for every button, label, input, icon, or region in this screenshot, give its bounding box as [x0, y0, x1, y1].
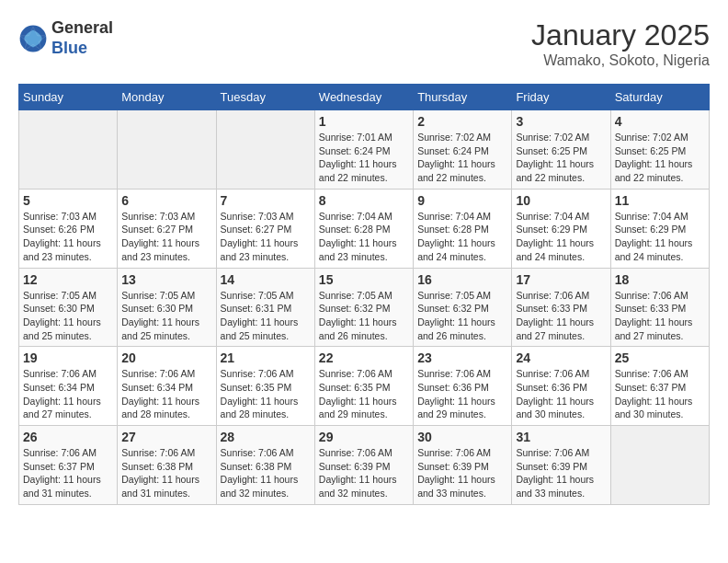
- day-info: Sunrise: 7:06 AMSunset: 6:36 PMDaylight:…: [417, 367, 507, 421]
- calendar-cell: 8Sunrise: 7:04 AMSunset: 6:28 PMDaylight…: [314, 189, 413, 268]
- calendar-cell: 10Sunrise: 7:04 AMSunset: 6:29 PMDayligh…: [512, 189, 610, 268]
- calendar-cell: 29Sunrise: 7:06 AMSunset: 6:39 PMDayligh…: [314, 426, 413, 505]
- calendar-cell: 18Sunrise: 7:06 AMSunset: 6:33 PMDayligh…: [610, 268, 709, 347]
- calendar-cell: 16Sunrise: 7:05 AMSunset: 6:32 PMDayligh…: [414, 268, 512, 347]
- day-info: Sunrise: 7:02 AMSunset: 6:25 PMDaylight:…: [516, 131, 606, 185]
- day-info: Sunrise: 7:06 AMSunset: 6:33 PMDaylight:…: [516, 289, 606, 343]
- calendar-week-4: 19Sunrise: 7:06 AMSunset: 6:34 PMDayligh…: [19, 347, 710, 426]
- day-info: Sunrise: 7:05 AMSunset: 6:32 PMDaylight:…: [417, 289, 507, 343]
- column-header-tuesday: Tuesday: [216, 85, 314, 110]
- calendar-cell: 23Sunrise: 7:06 AMSunset: 6:36 PMDayligh…: [414, 347, 512, 426]
- day-number: 9: [417, 193, 507, 208]
- day-info: Sunrise: 7:02 AMSunset: 6:24 PMDaylight:…: [417, 131, 507, 185]
- column-header-saturday: Saturday: [610, 85, 709, 110]
- day-info: Sunrise: 7:04 AMSunset: 6:28 PMDaylight:…: [417, 210, 507, 264]
- day-number: 27: [121, 430, 211, 444]
- day-number: 28: [221, 430, 311, 444]
- day-info: Sunrise: 7:06 AMSunset: 6:33 PMDaylight:…: [615, 289, 705, 343]
- day-info: Sunrise: 7:06 AMSunset: 6:38 PMDaylight:…: [221, 446, 311, 500]
- calendar-cell: 27Sunrise: 7:06 AMSunset: 6:38 PMDayligh…: [118, 426, 216, 505]
- page-subtitle: Wamako, Sokoto, Nigeria: [531, 52, 710, 69]
- calendar-cell: 28Sunrise: 7:06 AMSunset: 6:38 PMDayligh…: [216, 426, 314, 505]
- day-info: Sunrise: 7:01 AMSunset: 6:24 PMDaylight:…: [319, 131, 409, 185]
- day-number: 23: [417, 350, 507, 365]
- calendar-week-3: 12Sunrise: 7:05 AMSunset: 6:30 PMDayligh…: [19, 268, 710, 347]
- day-info: Sunrise: 7:06 AMSunset: 6:38 PMDaylight:…: [121, 446, 211, 500]
- calendar-cell: 19Sunrise: 7:06 AMSunset: 6:34 PMDayligh…: [19, 347, 118, 426]
- day-number: 18: [615, 272, 705, 287]
- calendar-table: SundayMondayTuesdayWednesdayThursdayFrid…: [18, 84, 710, 505]
- day-info: Sunrise: 7:06 AMSunset: 6:39 PMDaylight:…: [319, 446, 409, 500]
- calendar-cell: 9Sunrise: 7:04 AMSunset: 6:28 PMDaylight…: [414, 189, 512, 268]
- day-number: 13: [121, 272, 211, 287]
- day-number: 5: [23, 193, 113, 208]
- day-info: Sunrise: 7:06 AMSunset: 6:34 PMDaylight:…: [23, 367, 113, 421]
- calendar-cell: 26Sunrise: 7:06 AMSunset: 6:37 PMDayligh…: [19, 426, 118, 505]
- day-number: 16: [417, 272, 507, 287]
- calendar-cell: 25Sunrise: 7:06 AMSunset: 6:37 PMDayligh…: [610, 347, 709, 426]
- day-info: Sunrise: 7:06 AMSunset: 6:37 PMDaylight:…: [615, 367, 705, 421]
- logo-text: General Blue: [51, 18, 113, 58]
- calendar-cell: 14Sunrise: 7:05 AMSunset: 6:31 PMDayligh…: [216, 268, 314, 347]
- calendar-cell: 13Sunrise: 7:05 AMSunset: 6:30 PMDayligh…: [118, 268, 216, 347]
- day-number: 4: [615, 114, 705, 129]
- calendar-week-5: 26Sunrise: 7:06 AMSunset: 6:37 PMDayligh…: [19, 426, 710, 505]
- day-number: 8: [319, 193, 409, 208]
- day-number: 31: [516, 430, 606, 444]
- calendar-cell: 31Sunrise: 7:06 AMSunset: 6:39 PMDayligh…: [512, 426, 610, 505]
- calendar-cell: 30Sunrise: 7:06 AMSunset: 6:39 PMDayligh…: [414, 426, 512, 505]
- day-number: 26: [23, 430, 113, 444]
- day-number: 14: [221, 272, 311, 287]
- day-number: 2: [417, 114, 507, 129]
- day-number: 3: [516, 114, 606, 129]
- calendar-cell: 12Sunrise: 7:05 AMSunset: 6:30 PMDayligh…: [19, 268, 118, 347]
- day-info: Sunrise: 7:03 AMSunset: 6:27 PMDaylight:…: [121, 210, 211, 264]
- day-number: 15: [319, 272, 409, 287]
- calendar-cell: 20Sunrise: 7:06 AMSunset: 6:34 PMDayligh…: [118, 347, 216, 426]
- day-info: Sunrise: 7:04 AMSunset: 6:28 PMDaylight:…: [319, 210, 409, 264]
- calendar-cell: 3Sunrise: 7:02 AMSunset: 6:25 PMDaylight…: [512, 110, 610, 190]
- day-number: 7: [221, 193, 311, 208]
- title-block: January 2025 Wamako, Sokoto, Nigeria: [531, 18, 710, 69]
- column-header-sunday: Sunday: [19, 85, 118, 110]
- calendar-cell: [118, 110, 216, 190]
- day-info: Sunrise: 7:03 AMSunset: 6:26 PMDaylight:…: [23, 210, 113, 264]
- calendar-cell: 21Sunrise: 7:06 AMSunset: 6:35 PMDayligh…: [216, 347, 314, 426]
- calendar-cell: 5Sunrise: 7:03 AMSunset: 6:26 PMDaylight…: [19, 189, 118, 268]
- day-info: Sunrise: 7:05 AMSunset: 6:30 PMDaylight:…: [121, 289, 211, 343]
- logo-icon: [18, 24, 48, 53]
- calendar-cell: 17Sunrise: 7:06 AMSunset: 6:33 PMDayligh…: [512, 268, 610, 347]
- column-header-thursday: Thursday: [414, 85, 512, 110]
- day-info: Sunrise: 7:06 AMSunset: 6:39 PMDaylight:…: [417, 446, 507, 500]
- calendar-body: 1Sunrise: 7:01 AMSunset: 6:24 PMDaylight…: [19, 110, 710, 505]
- day-info: Sunrise: 7:06 AMSunset: 6:35 PMDaylight:…: [319, 367, 409, 421]
- day-info: Sunrise: 7:06 AMSunset: 6:39 PMDaylight:…: [516, 446, 606, 500]
- calendar-cell: 2Sunrise: 7:02 AMSunset: 6:24 PMDaylight…: [414, 110, 512, 190]
- day-info: Sunrise: 7:06 AMSunset: 6:37 PMDaylight:…: [23, 446, 113, 500]
- day-info: Sunrise: 7:06 AMSunset: 6:35 PMDaylight:…: [221, 367, 311, 421]
- logo-line2: Blue: [51, 39, 113, 59]
- day-number: 30: [417, 430, 507, 444]
- calendar-cell: [610, 426, 709, 505]
- day-info: Sunrise: 7:03 AMSunset: 6:27 PMDaylight:…: [221, 210, 311, 264]
- calendar-cell: 4Sunrise: 7:02 AMSunset: 6:25 PMDaylight…: [610, 110, 709, 190]
- day-number: 22: [319, 350, 409, 365]
- day-info: Sunrise: 7:02 AMSunset: 6:25 PMDaylight:…: [615, 131, 705, 185]
- calendar-cell: [216, 110, 314, 190]
- calendar-week-2: 5Sunrise: 7:03 AMSunset: 6:26 PMDaylight…: [19, 189, 710, 268]
- calendar-cell: 1Sunrise: 7:01 AMSunset: 6:24 PMDaylight…: [314, 110, 413, 190]
- day-info: Sunrise: 7:05 AMSunset: 6:30 PMDaylight:…: [23, 289, 113, 343]
- day-number: 11: [615, 193, 705, 208]
- column-header-monday: Monday: [118, 85, 216, 110]
- day-info: Sunrise: 7:06 AMSunset: 6:36 PMDaylight:…: [516, 367, 606, 421]
- calendar-cell: 24Sunrise: 7:06 AMSunset: 6:36 PMDayligh…: [512, 347, 610, 426]
- day-info: Sunrise: 7:04 AMSunset: 6:29 PMDaylight:…: [516, 210, 606, 264]
- calendar-week-1: 1Sunrise: 7:01 AMSunset: 6:24 PMDaylight…: [19, 110, 710, 190]
- calendar-cell: [19, 110, 118, 190]
- logo: General Blue: [18, 18, 113, 58]
- calendar-cell: 6Sunrise: 7:03 AMSunset: 6:27 PMDaylight…: [118, 189, 216, 268]
- calendar-cell: 15Sunrise: 7:05 AMSunset: 6:32 PMDayligh…: [314, 268, 413, 347]
- day-number: 20: [121, 350, 211, 365]
- header-row: SundayMondayTuesdayWednesdayThursdayFrid…: [19, 85, 710, 110]
- column-header-friday: Friday: [512, 85, 610, 110]
